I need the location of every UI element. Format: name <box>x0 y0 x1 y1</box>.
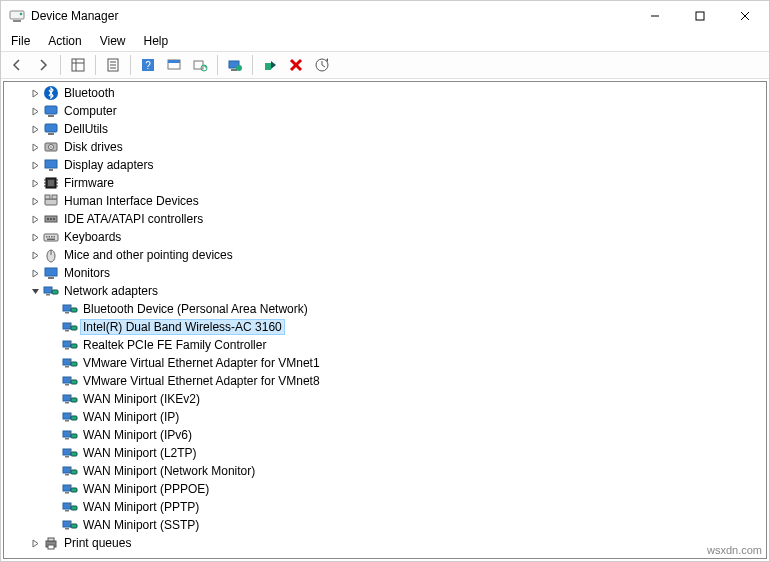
tree-node[interactable]: WAN Miniport (IP) <box>4 408 766 426</box>
menu-view[interactable]: View <box>94 32 132 50</box>
tree-node[interactable]: Disk drives <box>4 138 766 156</box>
tree-node[interactable]: Realtek PCIe FE Family Controller <box>4 336 766 354</box>
tree-node[interactable]: Bluetooth <box>4 84 766 102</box>
svg-rect-36 <box>49 169 53 171</box>
tree-node-label: Monitors <box>61 265 113 281</box>
minimize-button[interactable] <box>632 2 677 30</box>
tree-node[interactable]: Keyboards <box>4 228 766 246</box>
window-title: Device Manager <box>31 9 632 23</box>
svg-rect-17 <box>168 60 180 63</box>
expand-icon[interactable] <box>27 247 43 263</box>
tree-node[interactable]: Network adapters <box>4 282 766 300</box>
expand-icon[interactable] <box>27 121 43 137</box>
close-button[interactable] <box>722 2 767 30</box>
svg-rect-74 <box>63 341 71 347</box>
network-icon <box>62 409 78 425</box>
tree-node[interactable]: WAN Miniport (Network Monitor) <box>4 462 766 480</box>
expander-none <box>46 373 62 389</box>
toolbar-separator <box>252 55 253 75</box>
expand-icon[interactable] <box>27 103 43 119</box>
svg-point-34 <box>50 146 52 148</box>
tree-node-label: DellUtils <box>61 121 111 137</box>
svg-rect-71 <box>65 330 69 332</box>
tree-node[interactable]: Intel(R) Dual Band Wireless-AC 3160 <box>4 318 766 336</box>
expander-none <box>46 301 62 317</box>
menu-help[interactable]: Help <box>138 32 175 50</box>
tree-node[interactable]: WAN Miniport (L2TP) <box>4 444 766 462</box>
properties-button[interactable] <box>101 53 125 77</box>
expand-icon[interactable] <box>27 175 43 191</box>
help-button[interactable]: ? <box>136 53 160 77</box>
expand-icon[interactable] <box>27 535 43 551</box>
tree-node[interactable]: WAN Miniport (PPPOE) <box>4 480 766 498</box>
expand-icon[interactable] <box>27 139 43 155</box>
tree-node[interactable]: VMware Virtual Ethernet Adapter for VMne… <box>4 372 766 390</box>
tree-node[interactable]: Computer <box>4 102 766 120</box>
expander-none <box>46 463 62 479</box>
scan-button[interactable] <box>188 53 212 77</box>
tree-node[interactable]: DellUtils <box>4 120 766 138</box>
tree-node[interactable]: WAN Miniport (IPv6) <box>4 426 766 444</box>
enable-button[interactable] <box>258 53 282 77</box>
svg-text:?: ? <box>145 60 151 71</box>
svg-rect-92 <box>71 416 77 420</box>
update-driver-button[interactable] <box>223 53 247 77</box>
menu-action[interactable]: Action <box>42 32 87 50</box>
menu-file[interactable]: File <box>5 32 36 50</box>
network-icon <box>62 301 78 317</box>
svg-rect-7 <box>72 59 84 71</box>
svg-rect-98 <box>63 449 71 455</box>
maximize-button[interactable] <box>677 2 722 30</box>
svg-rect-46 <box>45 195 50 199</box>
monitor-icon <box>43 265 59 281</box>
tree-node[interactable]: Firmware <box>4 174 766 192</box>
network-icon <box>62 373 78 389</box>
scan-hardware-button[interactable] <box>310 53 334 77</box>
svg-rect-51 <box>53 218 55 220</box>
expand-icon[interactable] <box>27 229 43 245</box>
tree-node[interactable]: VMware Virtual Ethernet Adapter for VMne… <box>4 354 766 372</box>
expand-icon[interactable] <box>27 211 43 227</box>
tree-node[interactable]: Human Interface Devices <box>4 192 766 210</box>
tree-node[interactable]: Display adapters <box>4 156 766 174</box>
tree-node[interactable]: Monitors <box>4 264 766 282</box>
tree-node[interactable]: WAN Miniport (PPTP) <box>4 498 766 516</box>
action-button[interactable] <box>162 53 186 77</box>
tree-node[interactable]: WAN Miniport (IKEv2) <box>4 390 766 408</box>
svg-rect-103 <box>65 474 69 476</box>
tree-node-label: Display adapters <box>61 157 156 173</box>
svg-rect-47 <box>52 195 57 199</box>
svg-rect-110 <box>63 503 71 509</box>
tree-node[interactable]: Print queues <box>4 534 766 552</box>
svg-rect-111 <box>65 510 69 512</box>
titlebar: Device Manager <box>1 1 769 31</box>
tree-node[interactable]: WAN Miniport (SSTP) <box>4 516 766 534</box>
printer-icon <box>43 535 59 551</box>
show-hide-tree-button[interactable] <box>66 53 90 77</box>
expander-none <box>46 391 62 407</box>
tree-node[interactable]: Bluetooth Device (Personal Area Network) <box>4 300 766 318</box>
device-tree[interactable]: BluetoothComputerDellUtilsDisk drivesDis… <box>3 81 767 559</box>
tree-node[interactable]: IDE ATA/ATAPI controllers <box>4 210 766 228</box>
expand-icon[interactable] <box>27 193 43 209</box>
tree-node-label: Mice and other pointing devices <box>61 247 236 263</box>
expand-icon[interactable] <box>27 157 43 173</box>
svg-rect-21 <box>231 69 237 71</box>
toolbar: ? <box>1 51 769 79</box>
collapse-icon[interactable] <box>27 283 43 299</box>
svg-rect-49 <box>47 218 49 220</box>
expand-icon[interactable] <box>27 265 43 281</box>
svg-rect-75 <box>65 348 69 350</box>
tree-node[interactable]: Mice and other pointing devices <box>4 246 766 264</box>
uninstall-button[interactable] <box>284 53 308 77</box>
display-icon <box>43 157 59 173</box>
forward-button[interactable] <box>31 53 55 77</box>
disk-icon <box>43 139 59 155</box>
svg-rect-79 <box>65 366 69 368</box>
svg-rect-102 <box>63 467 71 473</box>
back-button[interactable] <box>5 53 29 77</box>
tree-node-label: WAN Miniport (IKEv2) <box>80 391 203 407</box>
toolbar-separator <box>60 55 61 75</box>
expander-none <box>46 445 62 461</box>
expand-icon[interactable] <box>27 85 43 101</box>
